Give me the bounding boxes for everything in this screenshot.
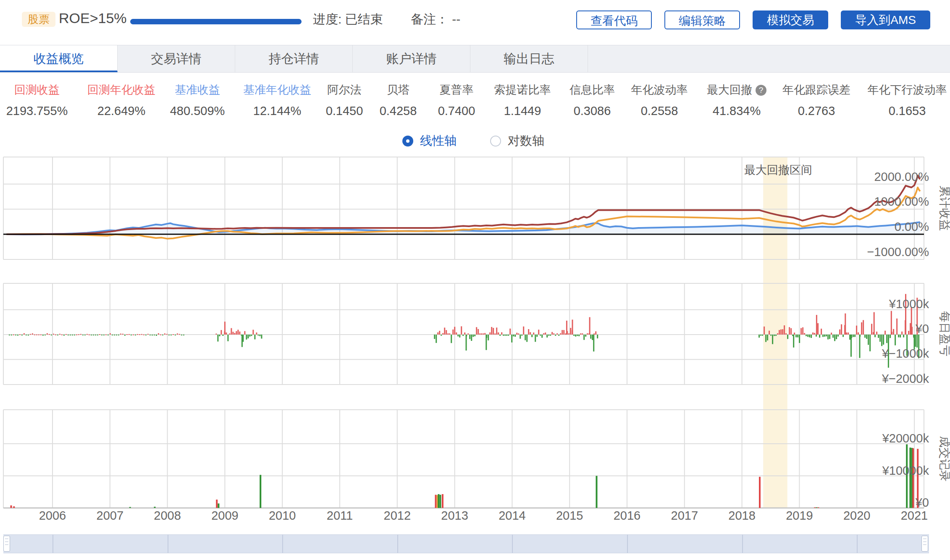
svg-text:成交记录: 成交记录 — [938, 436, 950, 481]
svg-text:最大回撤区间: 最大回撤区间 — [744, 164, 812, 176]
svg-text:¥0: ¥0 — [915, 322, 929, 335]
svg-text:2017: 2017 — [671, 509, 698, 522]
svg-text:2006: 2006 — [39, 509, 66, 522]
navigator-tick — [512, 535, 513, 553]
svg-text:2007: 2007 — [97, 509, 124, 522]
svg-text:0.00%: 0.00% — [895, 220, 929, 233]
svg-text:2019: 2019 — [786, 509, 813, 522]
navigator-left-handle[interactable] — [3, 536, 10, 552]
navigator-right-handle[interactable] — [921, 536, 928, 552]
svg-text:2011: 2011 — [327, 509, 353, 522]
navigator-tick — [282, 535, 283, 553]
navigator-tick — [627, 535, 628, 553]
svg-text:2000.00%: 2000.00% — [874, 170, 929, 183]
svg-text:2014: 2014 — [499, 509, 526, 522]
navigator-tick — [857, 535, 858, 553]
svg-text:2016: 2016 — [614, 509, 641, 522]
svg-text:1000.00%: 1000.00% — [874, 195, 929, 208]
svg-text:累计收益: 累计收益 — [938, 186, 950, 231]
navigator-tick — [168, 535, 168, 553]
svg-text:2009: 2009 — [211, 509, 239, 522]
navigator-tick — [52, 535, 53, 553]
svg-text:¥−2000k: ¥−2000k — [882, 372, 929, 385]
svg-text:¥10000k: ¥10000k — [882, 464, 929, 477]
svg-text:¥20000k: ¥20000k — [882, 432, 929, 445]
svg-text:2008: 2008 — [154, 509, 181, 522]
svg-text:2015: 2015 — [556, 509, 583, 522]
navigator-tick — [397, 535, 398, 553]
svg-text:¥−1000k: ¥−1000k — [882, 347, 929, 360]
svg-text:2020: 2020 — [843, 509, 871, 522]
svg-text:每日盈亏: 每日盈亏 — [938, 311, 950, 356]
svg-text:2018: 2018 — [728, 509, 756, 522]
navigator-tick — [742, 535, 743, 553]
svg-text:2013: 2013 — [441, 509, 468, 522]
svg-text:¥0: ¥0 — [915, 496, 929, 509]
timeline-navigator[interactable] — [3, 534, 929, 553]
svg-text:2021: 2021 — [901, 509, 928, 522]
svg-text:2012: 2012 — [384, 509, 411, 522]
performance-charts: 2000.00%1000.00%0.00%−1000.00%¥1000k¥0¥−… — [0, 0, 950, 560]
svg-text:2010: 2010 — [269, 509, 296, 522]
svg-text:¥1000k: ¥1000k — [889, 297, 929, 311]
svg-text:−1000.00%: −1000.00% — [867, 245, 929, 259]
